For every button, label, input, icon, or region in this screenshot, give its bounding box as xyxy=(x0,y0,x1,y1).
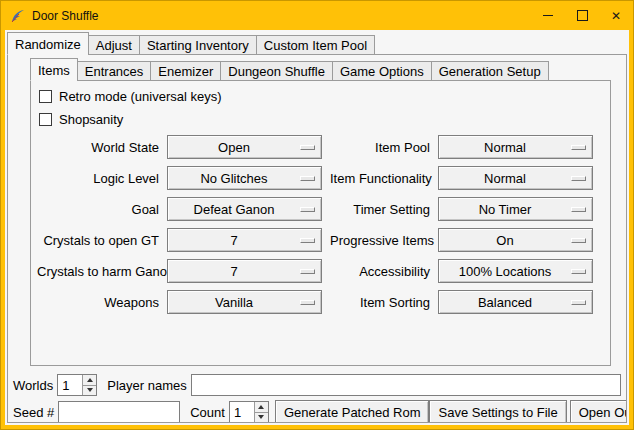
count-spin-up-button[interactable] xyxy=(255,402,268,412)
tab-custom-item-pool[interactable]: Custom Item Pool xyxy=(256,35,375,55)
dropdown-indicator-icon xyxy=(300,269,315,274)
tab-enemizer-label: Enemizer xyxy=(158,64,213,79)
item-pool-value: Normal xyxy=(439,140,571,155)
open-output-directory-button[interactable]: Open Output Directory xyxy=(570,400,627,423)
tab-adjust-label: Adjust xyxy=(96,38,132,53)
worlds-row: Worlds 1 Player names xyxy=(13,374,621,396)
world-state-value: Open xyxy=(168,140,300,155)
count-value: 1 xyxy=(230,402,254,422)
progressive-items-dropdown[interactable]: On xyxy=(438,228,593,252)
tab-entrances-label: Entrances xyxy=(85,64,144,79)
world-state-dropdown[interactable]: Open xyxy=(167,135,322,159)
spin-up-icon xyxy=(258,405,264,409)
items-pane: Retro mode (universal keys) Shopsanity W… xyxy=(30,80,611,366)
retro-mode-label: Retro mode (universal keys) xyxy=(59,89,222,104)
accessibility-label: Accessibility xyxy=(330,264,430,279)
item-functionality-value: Normal xyxy=(439,171,571,186)
count-spin-arrows xyxy=(254,402,268,422)
worlds-label: Worlds xyxy=(13,378,53,393)
maximize-button[interactable] xyxy=(565,1,599,30)
spin-up-icon xyxy=(87,378,93,382)
crystals-harm-ganon-dropdown[interactable]: 7 xyxy=(167,259,322,283)
options-grid: World State Open Item Pool Normal Logic … xyxy=(37,135,610,314)
tab-items-label: Items xyxy=(38,63,70,78)
goal-label: Goal xyxy=(37,202,159,217)
window: Door Shuffle ✕ Randomize Adjust Starting… xyxy=(0,0,634,430)
open-output-directory-label: Open Output Directory xyxy=(579,405,627,420)
dropdown-indicator-icon xyxy=(571,145,586,150)
generate-patched-rom-button[interactable]: Generate Patched Rom xyxy=(275,400,430,423)
crystals-open-gt-dropdown[interactable]: 7 xyxy=(167,228,322,252)
window-body: Randomize Adjust Starting Inventory Cust… xyxy=(5,30,629,425)
shopsanity-checkbox[interactable] xyxy=(39,113,52,126)
minimize-button[interactable] xyxy=(531,1,565,30)
dropdown-indicator-icon xyxy=(300,238,315,243)
titlebar: Door Shuffle ✕ xyxy=(1,1,633,30)
tab-starting-inventory-label: Starting Inventory xyxy=(147,38,249,53)
tab-dungeon-shuffle[interactable]: Dungeon Shuffle xyxy=(220,61,333,81)
count-label: Count xyxy=(190,405,225,420)
timer-setting-label: Timer Setting xyxy=(330,202,430,217)
tab-randomize[interactable]: Randomize xyxy=(7,32,89,55)
item-sorting-dropdown[interactable]: Balanced xyxy=(438,290,593,314)
worlds-spin-down-button[interactable] xyxy=(83,385,96,396)
seed-input[interactable] xyxy=(58,401,180,423)
save-settings-label: Save Settings to File xyxy=(438,405,557,420)
tab-game-options[interactable]: Game Options xyxy=(332,61,432,81)
close-icon: ✕ xyxy=(611,10,621,22)
player-names-input[interactable] xyxy=(191,374,621,396)
shopsanity-row: Shopsanity xyxy=(39,112,610,127)
count-spinbox[interactable]: 1 xyxy=(229,401,269,423)
item-pool-dropdown[interactable]: Normal xyxy=(438,135,593,159)
worlds-spinbox[interactable]: 1 xyxy=(57,374,97,396)
count-spin-down-button[interactable] xyxy=(255,412,268,423)
logic-level-dropdown[interactable]: No Glitches xyxy=(167,166,322,190)
accessibility-dropdown[interactable]: 100% Locations xyxy=(438,259,593,283)
player-names-label: Player names xyxy=(107,378,186,393)
worlds-spin-up-button[interactable] xyxy=(83,375,96,385)
tab-adjust[interactable]: Adjust xyxy=(88,35,140,55)
inner-tab-bar: Items Entrances Enemizer Dungeon Shuffle… xyxy=(30,58,626,81)
randomize-pane: Items Entrances Enemizer Dungeon Shuffle… xyxy=(7,54,627,423)
logic-level-label: Logic Level xyxy=(37,171,159,186)
retro-mode-checkbox[interactable] xyxy=(39,90,52,103)
tab-enemizer[interactable]: Enemizer xyxy=(150,61,221,81)
weapons-value: Vanilla xyxy=(168,295,300,310)
save-settings-button[interactable]: Save Settings to File xyxy=(429,400,566,423)
crystals-open-gt-value: 7 xyxy=(168,233,300,248)
progressive-items-label: Progressive Items xyxy=(330,233,430,248)
seed-label: Seed # xyxy=(13,405,54,420)
outer-tab-bar: Randomize Adjust Starting Inventory Cust… xyxy=(7,32,629,55)
goal-dropdown[interactable]: Defeat Ganon xyxy=(167,197,322,221)
crystals-open-gt-label: Crystals to open GT xyxy=(37,233,159,248)
worlds-spin-arrows xyxy=(82,375,96,395)
tab-entrances[interactable]: Entrances xyxy=(77,61,152,81)
dropdown-indicator-icon xyxy=(571,300,586,305)
tab-randomize-label: Randomize xyxy=(15,37,81,52)
dropdown-indicator-icon xyxy=(571,238,586,243)
tab-dungeon-shuffle-label: Dungeon Shuffle xyxy=(228,64,325,79)
timer-setting-value: No Timer xyxy=(439,202,571,217)
app-icon xyxy=(10,8,26,24)
tab-generation-setup[interactable]: Generation Setup xyxy=(431,61,549,81)
spin-down-icon xyxy=(258,415,264,419)
item-functionality-dropdown[interactable]: Normal xyxy=(438,166,593,190)
close-button[interactable]: ✕ xyxy=(599,1,633,30)
minimize-icon xyxy=(543,15,553,16)
maximize-icon xyxy=(577,10,588,21)
tab-generation-setup-label: Generation Setup xyxy=(439,64,541,79)
tab-starting-inventory[interactable]: Starting Inventory xyxy=(139,35,257,55)
dropdown-indicator-icon xyxy=(571,176,586,181)
timer-setting-dropdown[interactable]: No Timer xyxy=(438,197,593,221)
weapons-dropdown[interactable]: Vanilla xyxy=(167,290,322,314)
dropdown-indicator-icon xyxy=(571,269,586,274)
generate-patched-rom-label: Generate Patched Rom xyxy=(284,405,421,420)
window-title: Door Shuffle xyxy=(32,9,99,23)
tab-items[interactable]: Items xyxy=(30,58,78,81)
crystals-harm-ganon-value: 7 xyxy=(168,264,300,279)
logic-level-value: No Glitches xyxy=(168,171,300,186)
shopsanity-label: Shopsanity xyxy=(59,112,123,127)
accessibility-value: 100% Locations xyxy=(439,264,571,279)
tab-custom-item-pool-label: Custom Item Pool xyxy=(264,38,367,53)
seed-row: Seed # Count 1 Generate Patched Rom Save… xyxy=(13,400,621,423)
